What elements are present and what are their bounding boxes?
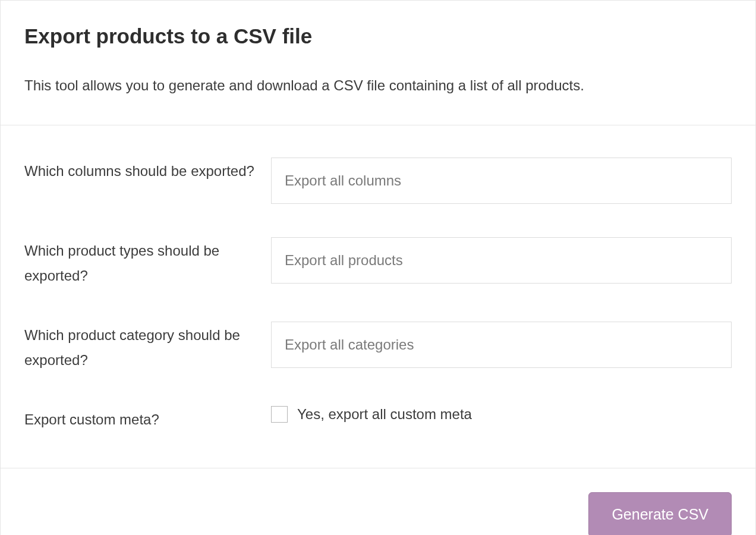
product-types-row: Which product types should be exported?	[24, 237, 732, 288]
page-title: Export products to a CSV file	[24, 24, 732, 48]
product-types-input-wrapper	[271, 237, 732, 284]
categories-select[interactable]	[271, 322, 732, 368]
custom-meta-checkbox-label: Yes, export all custom meta	[297, 406, 472, 423]
product-types-select[interactable]	[271, 237, 732, 284]
custom-meta-checkbox[interactable]	[271, 406, 288, 423]
header-section: Export products to a CSV file This tool …	[1, 1, 755, 125]
form-section: Which columns should be exported? Which …	[1, 125, 755, 468]
page-description: This tool allows you to generate and dow…	[24, 75, 732, 96]
custom-meta-label: Export custom meta?	[24, 406, 271, 432]
columns-input-wrapper	[271, 158, 732, 204]
columns-select[interactable]	[271, 158, 732, 204]
export-panel: Export products to a CSV file This tool …	[0, 0, 756, 535]
columns-label: Which columns should be exported?	[24, 158, 271, 184]
columns-row: Which columns should be exported?	[24, 158, 732, 204]
generate-csv-button[interactable]: Generate CSV	[588, 492, 732, 535]
custom-meta-checkbox-wrapper: Yes, export all custom meta	[271, 406, 732, 423]
categories-row: Which product category should be exporte…	[24, 322, 732, 373]
categories-input-wrapper	[271, 322, 732, 368]
categories-label: Which product category should be exporte…	[24, 322, 271, 373]
custom-meta-row: Export custom meta? Yes, export all cust…	[24, 406, 732, 432]
actions-section: Generate CSV	[1, 468, 755, 535]
product-types-label: Which product types should be exported?	[24, 237, 271, 288]
